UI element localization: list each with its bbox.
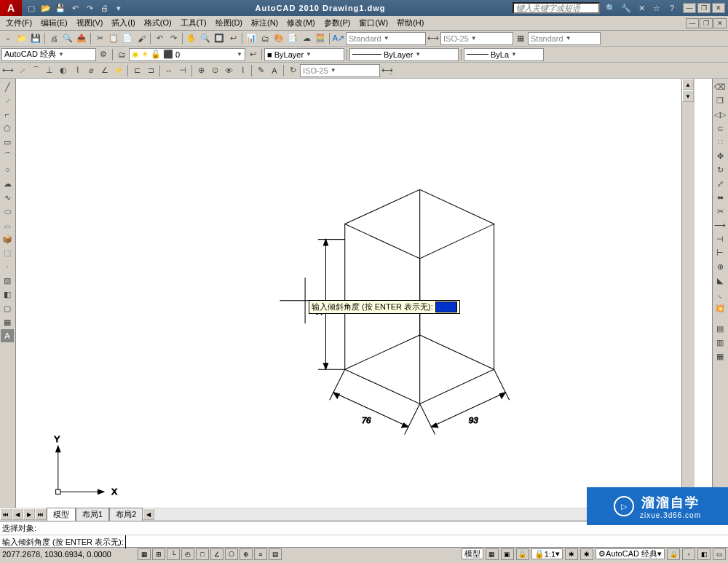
revcloud-icon[interactable]: ☁ xyxy=(1,177,14,190)
zoom-window-icon[interactable]: 🔲 xyxy=(213,32,226,45)
linetype-combo[interactable]: ByLayer▼ xyxy=(349,48,459,61)
menu-format[interactable]: 格式(O) xyxy=(140,16,176,30)
binoculars-icon[interactable]: 🔍 xyxy=(604,1,617,15)
exchange-icon[interactable]: ✕ xyxy=(635,1,648,15)
paste-icon[interactable]: 📄 xyxy=(121,32,134,45)
preview-icon[interactable]: 🔍 xyxy=(61,32,74,45)
make-block-icon[interactable]: ⬚ xyxy=(1,246,14,259)
menu-view[interactable]: 视图(V) xyxy=(72,16,108,30)
insert-block-icon[interactable]: 📦 xyxy=(1,232,14,245)
new-icon[interactable]: ▢ xyxy=(25,1,38,15)
search-icon[interactable]: 🔧 xyxy=(620,1,633,15)
spline-icon[interactable]: ∿ xyxy=(1,191,14,204)
hscroll-left-icon[interactable]: ◀ xyxy=(143,508,154,520)
menu-edit[interactable]: 编辑(E) xyxy=(36,16,72,30)
anno-scale-combo[interactable]: 🔒1:1▾ xyxy=(531,548,563,559)
tab-layout2[interactable]: 布局2 xyxy=(109,508,143,521)
tab-layout1[interactable]: 布局1 xyxy=(76,508,109,521)
zoom-prev-icon[interactable]: ↩ xyxy=(226,32,240,45)
dyn-toggle[interactable]: ⊕ xyxy=(240,548,253,560)
calc-icon[interactable]: 🧮 xyxy=(314,32,327,45)
scroll-down-icon[interactable]: ▼ xyxy=(682,90,694,102)
dim-continue-icon[interactable]: ⊐ xyxy=(144,64,157,77)
open-icon[interactable]: 📁 xyxy=(15,32,28,45)
offset-icon[interactable]: ⊂ xyxy=(713,122,727,135)
dim-update-icon[interactable]: ↻ xyxy=(286,64,299,77)
drawing-canvas[interactable]: 127 76 93 xyxy=(16,79,712,508)
dim-ordinate-icon[interactable]: ⊥ xyxy=(43,64,56,77)
save-icon[interactable]: 💾 xyxy=(54,1,67,15)
properties-icon[interactable]: 📊 xyxy=(245,32,258,45)
draworder2-icon[interactable]: ▥ xyxy=(713,336,727,349)
table-style-combo[interactable]: Standard▼ xyxy=(528,32,601,45)
undo-icon[interactable]: ↶ xyxy=(153,32,166,45)
menu-parametric[interactable]: 参数(P) xyxy=(320,16,355,30)
erase-icon[interactable]: ⌫ xyxy=(713,80,727,93)
polygon-icon[interactable]: ⬠ xyxy=(1,122,14,135)
tolerance-icon[interactable]: ⊕ xyxy=(194,64,207,77)
quickview-layouts-icon[interactable]: ▦ xyxy=(486,548,499,560)
lwt-toggle[interactable]: ≡ xyxy=(254,548,267,560)
rotate-icon[interactable]: ↻ xyxy=(713,163,727,176)
menu-file[interactable]: 文件(F) xyxy=(1,16,36,30)
polar-toggle[interactable]: ◴ xyxy=(181,548,194,560)
dimstyle-combo[interactable]: ISO-25▼ xyxy=(300,64,380,77)
gradient-icon[interactable]: ◧ xyxy=(1,288,14,301)
open-icon[interactable]: 📂 xyxy=(39,1,52,15)
center-mark-icon[interactable]: ⊙ xyxy=(208,64,221,77)
vertical-scrollbar[interactable]: ▲ ▼ xyxy=(681,79,695,508)
layer-manager-icon[interactable]: 🗂 xyxy=(115,48,128,61)
snap-toggle[interactable]: ▦ xyxy=(138,548,151,560)
mdi-close-button[interactable]: ✕ xyxy=(713,18,727,28)
ws-settings-icon[interactable]: ⚙ xyxy=(97,48,110,61)
dim-space-icon[interactable]: ↔ xyxy=(162,64,175,77)
stretch-icon[interactable]: ⬌ xyxy=(713,191,727,204)
ducs-toggle[interactable]: ⎔ xyxy=(225,548,238,560)
polyline-icon[interactable]: ⌐ xyxy=(1,108,14,121)
copy-obj-icon[interactable]: ❐ xyxy=(713,94,727,107)
dimstyle-manager-icon[interactable]: ⟷̤ xyxy=(381,64,394,77)
tool-palette-icon[interactable]: 🎨 xyxy=(272,32,285,45)
mirror-icon[interactable]: ◁▷ xyxy=(713,108,727,121)
annovis-icon[interactable]: ✱ xyxy=(565,548,578,560)
line-icon[interactable]: ╱ xyxy=(1,80,14,93)
dim-linear-icon[interactable]: ⟷ xyxy=(1,64,15,77)
chamfer-icon[interactable]: ◣ xyxy=(713,274,727,287)
publish-icon[interactable]: 📤 xyxy=(75,32,88,45)
text-style-icon[interactable]: A↗ xyxy=(332,32,345,45)
xline-icon[interactable]: ⟋ xyxy=(1,94,14,107)
match-icon[interactable]: 🖌 xyxy=(135,32,148,45)
mdi-restore-button[interactable]: ❐ xyxy=(700,18,713,28)
move-icon[interactable]: ✥ xyxy=(713,149,727,162)
markup-icon[interactable]: ☁ xyxy=(300,32,313,45)
explode-icon[interactable]: 💥 xyxy=(713,302,727,315)
menu-modify[interactable]: 修改(M) xyxy=(282,16,320,30)
new-icon[interactable]: ▫ xyxy=(1,32,15,45)
dim-baseline-icon[interactable]: ⊏ xyxy=(130,64,143,77)
break-icon[interactable]: ⊢ xyxy=(713,246,727,259)
menu-window[interactable]: 窗口(W) xyxy=(355,16,392,30)
zoom-icon[interactable]: 🔍 xyxy=(199,32,212,45)
otrack-toggle[interactable]: ∠ xyxy=(210,548,223,560)
copy-icon[interactable]: 📋 xyxy=(107,32,120,45)
lineweight-combo[interactable]: ByLa▼ xyxy=(464,48,544,61)
hardware-accel-icon[interactable]: ▫ xyxy=(682,548,695,560)
dim-text-edit-icon[interactable]: A xyxy=(268,64,281,77)
jogged-linear-icon[interactable]: ⌇ xyxy=(236,64,249,77)
layer-prev-icon[interactable]: ↩ xyxy=(246,48,259,61)
favorite-icon[interactable]: ☆ xyxy=(650,1,663,15)
pan-icon[interactable]: ✋ xyxy=(185,32,198,45)
quick-dim-icon[interactable]: ⚡ xyxy=(112,64,125,77)
dim-style-combo[interactable]: ISO-25▼ xyxy=(440,32,513,45)
hatch-icon[interactable]: ▨ xyxy=(1,274,14,287)
osnap-toggle[interactable]: □ xyxy=(196,548,209,560)
scale-icon[interactable]: ⤢ xyxy=(713,177,727,190)
dim-edit-icon[interactable]: ✎ xyxy=(254,64,267,77)
mtext-icon[interactable]: A xyxy=(1,329,14,342)
status-coordinates[interactable]: 2077.2678, 1030.6934, 0.0000 xyxy=(2,550,133,559)
dim-arc-icon[interactable]: ⌒ xyxy=(29,64,42,77)
ortho-toggle[interactable]: └ xyxy=(167,548,180,560)
redo-icon[interactable]: ↷ xyxy=(83,1,96,15)
redo-icon[interactable]: ↷ xyxy=(167,32,180,45)
join-icon[interactable]: ⊕ xyxy=(713,260,727,273)
